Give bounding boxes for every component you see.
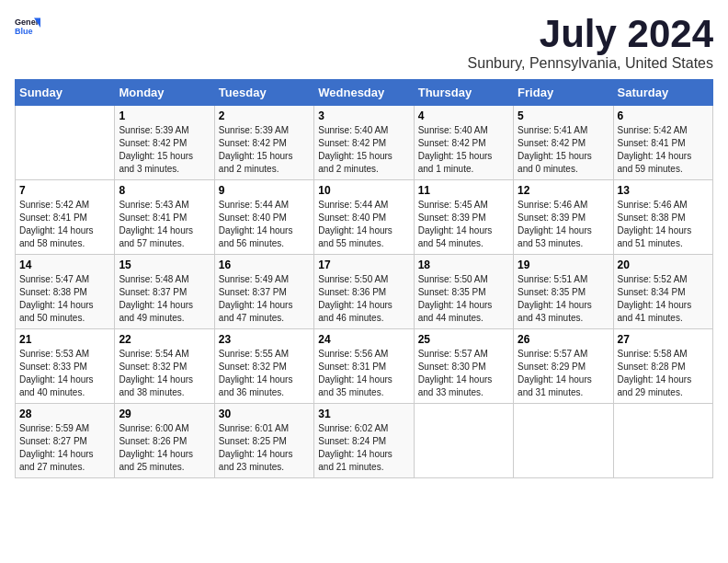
calendar-cell: 16Sunrise: 5:49 AM Sunset: 8:37 PM Dayli…: [214, 255, 313, 329]
day-number: 19: [518, 259, 609, 271]
calendar-cell: 24Sunrise: 5:56 AM Sunset: 8:31 PM Dayli…: [314, 329, 414, 404]
calendar-cell: 22Sunrise: 5:54 AM Sunset: 8:32 PM Dayli…: [115, 329, 214, 404]
day-info: Sunrise: 5:51 AM Sunset: 8:35 PM Dayligh…: [518, 273, 609, 325]
calendar-week-4: 21Sunrise: 5:53 AM Sunset: 8:33 PM Dayli…: [16, 329, 713, 404]
weekday-header-friday: Friday: [514, 80, 613, 106]
calendar-cell: 13Sunrise: 5:46 AM Sunset: 8:38 PM Dayli…: [613, 180, 712, 255]
day-info: Sunrise: 5:46 AM Sunset: 8:39 PM Dayligh…: [518, 199, 609, 250]
calendar-cell: [414, 404, 513, 478]
calendar-body: 1Sunrise: 5:39 AM Sunset: 8:42 PM Daylig…: [16, 106, 713, 478]
calendar-cell: [613, 404, 712, 478]
calendar-cell: 4Sunrise: 5:40 AM Sunset: 8:42 PM Daylig…: [414, 106, 513, 180]
day-number: 30: [219, 408, 310, 420]
calendar-table: SundayMondayTuesdayWednesdayThursdayFrid…: [15, 79, 713, 478]
calendar-cell: [16, 106, 115, 180]
calendar-cell: 12Sunrise: 5:46 AM Sunset: 8:39 PM Dayli…: [514, 180, 613, 255]
calendar-cell: 20Sunrise: 5:52 AM Sunset: 8:34 PM Dayli…: [613, 255, 712, 329]
weekday-header-row: SundayMondayTuesdayWednesdayThursdayFrid…: [16, 80, 713, 106]
svg-text:Blue: Blue: [15, 27, 33, 36]
calendar-week-5: 28Sunrise: 5:59 AM Sunset: 8:27 PM Dayli…: [16, 404, 713, 478]
day-number: 1: [119, 109, 210, 122]
day-info: Sunrise: 5:50 AM Sunset: 8:36 PM Dayligh…: [318, 273, 409, 325]
weekday-header-tuesday: Tuesday: [214, 80, 313, 106]
calendar-cell: 28Sunrise: 5:59 AM Sunset: 8:27 PM Dayli…: [16, 404, 115, 478]
day-info: Sunrise: 5:40 AM Sunset: 8:42 PM Dayligh…: [318, 124, 409, 176]
calendar-cell: 27Sunrise: 5:58 AM Sunset: 8:28 PM Dayli…: [613, 329, 712, 404]
day-number: 15: [119, 259, 210, 271]
calendar-cell: 2Sunrise: 5:39 AM Sunset: 8:42 PM Daylig…: [214, 106, 313, 180]
day-info: Sunrise: 5:43 AM Sunset: 8:41 PM Dayligh…: [119, 199, 210, 250]
day-number: 14: [19, 259, 110, 271]
location-subtitle: Sunbury, Pennsylvania, United States: [468, 55, 713, 72]
calendar-week-2: 7Sunrise: 5:42 AM Sunset: 8:41 PM Daylig…: [16, 180, 713, 255]
weekday-header-monday: Monday: [115, 80, 214, 106]
day-number: 22: [119, 333, 210, 346]
day-info: Sunrise: 5:47 AM Sunset: 8:38 PM Dayligh…: [19, 273, 110, 325]
month-year-title: July 2024: [468, 15, 713, 53]
calendar-cell: 31Sunrise: 6:02 AM Sunset: 8:24 PM Dayli…: [314, 404, 414, 478]
calendar-cell: 21Sunrise: 5:53 AM Sunset: 8:33 PM Dayli…: [16, 329, 115, 404]
day-number: 4: [418, 109, 509, 122]
day-info: Sunrise: 5:57 AM Sunset: 8:29 PM Dayligh…: [518, 348, 609, 399]
day-info: Sunrise: 5:58 AM Sunset: 8:28 PM Dayligh…: [618, 348, 709, 399]
day-number: 26: [518, 333, 609, 346]
calendar-header: SundayMondayTuesdayWednesdayThursdayFrid…: [16, 80, 713, 106]
calendar-cell: 26Sunrise: 5:57 AM Sunset: 8:29 PM Dayli…: [514, 329, 613, 404]
day-number: 31: [318, 408, 409, 420]
day-info: Sunrise: 5:45 AM Sunset: 8:39 PM Dayligh…: [418, 199, 509, 250]
calendar-cell: 9Sunrise: 5:44 AM Sunset: 8:40 PM Daylig…: [214, 180, 313, 255]
day-info: Sunrise: 5:44 AM Sunset: 8:40 PM Dayligh…: [318, 199, 409, 250]
day-number: 7: [19, 184, 110, 197]
calendar-cell: 6Sunrise: 5:42 AM Sunset: 8:41 PM Daylig…: [613, 106, 712, 180]
day-number: 16: [219, 259, 310, 271]
weekday-header-thursday: Thursday: [414, 80, 513, 106]
calendar-cell: 30Sunrise: 6:01 AM Sunset: 8:25 PM Dayli…: [214, 404, 313, 478]
calendar-week-1: 1Sunrise: 5:39 AM Sunset: 8:42 PM Daylig…: [16, 106, 713, 180]
day-info: Sunrise: 5:46 AM Sunset: 8:38 PM Dayligh…: [618, 199, 709, 250]
day-info: Sunrise: 5:39 AM Sunset: 8:42 PM Dayligh…: [119, 124, 210, 176]
day-info: Sunrise: 6:01 AM Sunset: 8:25 PM Dayligh…: [219, 422, 310, 474]
calendar-cell: 18Sunrise: 5:50 AM Sunset: 8:35 PM Dayli…: [414, 255, 513, 329]
day-info: Sunrise: 5:44 AM Sunset: 8:40 PM Dayligh…: [219, 199, 310, 250]
day-number: 17: [318, 259, 409, 271]
calendar-cell: 1Sunrise: 5:39 AM Sunset: 8:42 PM Daylig…: [115, 106, 214, 180]
calendar-cell: 15Sunrise: 5:48 AM Sunset: 8:37 PM Dayli…: [115, 255, 214, 329]
page-header: General Blue July 2024 Sunbury, Pennsylv…: [15, 15, 713, 72]
calendar-cell: 5Sunrise: 5:41 AM Sunset: 8:42 PM Daylig…: [514, 106, 613, 180]
day-info: Sunrise: 5:41 AM Sunset: 8:42 PM Dayligh…: [518, 124, 609, 176]
day-info: Sunrise: 5:52 AM Sunset: 8:34 PM Dayligh…: [618, 273, 709, 325]
day-info: Sunrise: 5:42 AM Sunset: 8:41 PM Dayligh…: [618, 124, 709, 176]
day-number: 29: [119, 408, 210, 420]
weekday-header-sunday: Sunday: [16, 80, 115, 106]
day-info: Sunrise: 5:50 AM Sunset: 8:35 PM Dayligh…: [418, 273, 509, 325]
day-number: 21: [19, 333, 110, 346]
day-number: 18: [418, 259, 509, 271]
day-number: 13: [618, 184, 709, 197]
calendar-cell: 10Sunrise: 5:44 AM Sunset: 8:40 PM Dayli…: [314, 180, 414, 255]
day-info: Sunrise: 5:59 AM Sunset: 8:27 PM Dayligh…: [19, 422, 110, 474]
day-number: 11: [418, 184, 509, 197]
calendar-cell: 17Sunrise: 5:50 AM Sunset: 8:36 PM Dayli…: [314, 255, 414, 329]
logo-icon: General Blue: [15, 15, 40, 40]
weekday-header-wednesday: Wednesday: [314, 80, 414, 106]
day-number: 3: [318, 109, 409, 122]
day-info: Sunrise: 5:53 AM Sunset: 8:33 PM Dayligh…: [19, 348, 110, 399]
calendar-cell: 14Sunrise: 5:47 AM Sunset: 8:38 PM Dayli…: [16, 255, 115, 329]
calendar-cell: 25Sunrise: 5:57 AM Sunset: 8:30 PM Dayli…: [414, 329, 513, 404]
day-info: Sunrise: 5:54 AM Sunset: 8:32 PM Dayligh…: [119, 348, 210, 399]
day-number: 20: [618, 259, 709, 271]
calendar-cell: 11Sunrise: 5:45 AM Sunset: 8:39 PM Dayli…: [414, 180, 513, 255]
day-number: 24: [318, 333, 409, 346]
calendar-cell: 29Sunrise: 6:00 AM Sunset: 8:26 PM Dayli…: [115, 404, 214, 478]
day-info: Sunrise: 5:49 AM Sunset: 8:37 PM Dayligh…: [219, 273, 310, 325]
logo: General Blue: [15, 15, 40, 40]
day-number: 25: [418, 333, 509, 346]
day-info: Sunrise: 5:40 AM Sunset: 8:42 PM Dayligh…: [418, 124, 509, 176]
day-info: Sunrise: 5:48 AM Sunset: 8:37 PM Dayligh…: [119, 273, 210, 325]
calendar-cell: [514, 404, 613, 478]
weekday-header-saturday: Saturday: [613, 80, 712, 106]
calendar-cell: 7Sunrise: 5:42 AM Sunset: 8:41 PM Daylig…: [16, 180, 115, 255]
title-block: July 2024 Sunbury, Pennsylvania, United …: [468, 15, 713, 72]
day-number: 23: [219, 333, 310, 346]
day-number: 6: [618, 109, 709, 122]
